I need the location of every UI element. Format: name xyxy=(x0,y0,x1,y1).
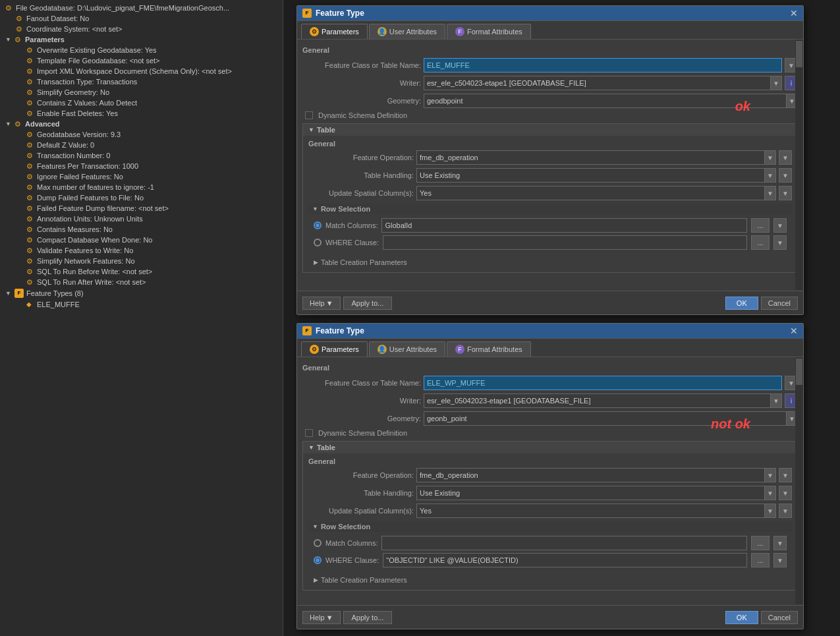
table-handling-select-top[interactable]: Use Existing xyxy=(416,168,776,183)
where-clause-dots-bottom[interactable]: ... xyxy=(751,553,770,567)
tree-item-geodatabase[interactable]: ⚙ File Geodatabase: D:\Ludovic_pignat_FM… xyxy=(0,3,283,13)
gear-icon: ⚙ xyxy=(26,130,34,138)
update-spatial-label-bottom: Update Spatial Column(s): xyxy=(308,507,414,515)
tree-item-fast-deletes[interactable]: ⚙ Enable Fast Deletes: Yes xyxy=(0,108,283,119)
row-selection-body-bottom: Match Columns: ... ▼ WHERE Clause: ... ▼ xyxy=(308,532,792,574)
feature-operation-label-top: Feature Operation: xyxy=(308,154,414,161)
tab-format-attributes-top[interactable]: F Format Attributes xyxy=(447,24,531,39)
update-spatial-btn-bottom[interactable]: ▼ xyxy=(779,504,792,518)
tree-item-trans-number[interactable]: ⚙ Transaction Number: 0 xyxy=(0,150,283,161)
where-clause-btn-top[interactable]: ▼ xyxy=(773,235,787,250)
dynamic-schema-checkbox-top[interactable] xyxy=(305,111,313,119)
where-clause-btn-bottom[interactable]: ▼ xyxy=(773,553,787,567)
table-section-body-top: General Feature Operation: fme_db_operat… xyxy=(303,136,797,272)
where-clause-input-top[interactable] xyxy=(383,235,747,250)
tree-item-default-z[interactable]: ⚙ Default Z Value: 0 xyxy=(0,140,283,150)
where-clause-dots-top[interactable]: ... xyxy=(751,235,770,250)
update-spatial-select-top[interactable]: Yes xyxy=(416,186,776,200)
where-clause-input-bottom[interactable] xyxy=(383,553,747,567)
tree-item-simplify[interactable]: ⚙ Simplify Geometry: No xyxy=(0,87,283,98)
table-handling-btn-top[interactable]: ▼ xyxy=(779,168,792,183)
table-expand-icon-bottom: ▼ xyxy=(308,444,314,451)
table-section-top: ▼ Table General Feature Operation: fme_d… xyxy=(302,123,798,273)
tree-item-feature-types-section[interactable]: ▼ F Feature Types (8) xyxy=(0,287,283,299)
help-button-top[interactable]: Help ▼ xyxy=(302,297,341,310)
match-columns-radio-top[interactable] xyxy=(314,221,322,229)
tree-item-template[interactable]: ⚙ Template File Geodatabase: <not set> xyxy=(0,55,283,66)
tab-format-attributes-bottom[interactable]: F Format Attributes xyxy=(447,341,531,357)
feature-operation-select-top[interactable]: fme_db_operation xyxy=(416,150,776,165)
dialog-tabs-bottom: ⚙ Parameters 👤 User Attributes F Format … xyxy=(297,339,803,357)
where-clause-radio-top[interactable] xyxy=(314,239,322,246)
writer-select-top[interactable]: esr_ele_c504023-etape1 [GEODATABASE_FILE… xyxy=(424,76,782,90)
feature-class-label-bottom: Feature Class or Table Name: xyxy=(302,379,421,387)
tree-item-failed-dump-filename[interactable]: ⚙ Failed Feature Dump filename: <not set… xyxy=(0,203,283,214)
writer-select-bottom[interactable]: esr_ele_05042023-etape1 [GEODATABASE_FIL… xyxy=(424,393,782,408)
ok-button-top[interactable]: OK xyxy=(725,297,758,310)
tab-parameters-top[interactable]: ⚙ Parameters xyxy=(301,24,368,39)
match-columns-dots-top[interactable]: ... xyxy=(751,218,770,233)
tree-item-max-number[interactable]: ⚙ Max number of features to ignore: -1 xyxy=(0,182,283,192)
match-columns-btn-top[interactable]: ▼ xyxy=(773,218,787,233)
feature-class-input-top[interactable] xyxy=(424,58,782,72)
ok-button-bottom[interactable]: OK xyxy=(725,611,758,624)
tree-item-coord[interactable]: ⚙ Coordinate System: <not set> xyxy=(0,24,283,34)
tree-item-sql-after[interactable]: ⚙ SQL To Run After Write: <not set> xyxy=(0,277,283,287)
feature-operation-select-bottom[interactable]: fme_db_operation xyxy=(416,468,776,482)
tree-item-parameters-section[interactable]: ▼ ⚙ Parameters xyxy=(0,34,283,45)
cancel-button-top[interactable]: Cancel xyxy=(761,297,798,310)
table-handling-label-bottom: Table Handling: xyxy=(308,489,414,497)
tab-user-attributes-top[interactable]: 👤 User Attributes xyxy=(369,24,445,39)
tree-item-validate[interactable]: ⚙ Validate Features to Write: No xyxy=(0,245,283,256)
table-section-body-bottom: General Feature Operation: fme_db_operat… xyxy=(303,453,797,590)
tree-item-fanout[interactable]: ⚙ Fanout Dataset: No xyxy=(0,13,283,24)
tree-item-ele-muffe[interactable]: ◆ ELE_MUFFE xyxy=(0,299,283,310)
tree-item-geodatabase-version[interactable]: ⚙ Geodatabase Version: 9.3 xyxy=(0,129,283,140)
tree-item-transaction-type[interactable]: ⚙ Transaction Type: Transactions xyxy=(0,76,283,87)
tree-item-advanced-section[interactable]: ▼ ⚙ Advanced xyxy=(0,119,283,129)
tree-item-dump-failed[interactable]: ⚙ Dump Failed Features to File: No xyxy=(0,192,283,203)
update-spatial-btn-top[interactable]: ▼ xyxy=(779,186,792,200)
tree-item-contains-measures[interactable]: ⚙ Contains Measures: No xyxy=(0,224,283,235)
table-handling-row-top: Table Handling: Use Existing ▼ ▼ xyxy=(308,168,792,183)
dynamic-schema-checkbox-bottom[interactable] xyxy=(305,429,313,437)
cancel-button-bottom[interactable]: Cancel xyxy=(761,611,798,624)
table-creation-params-top[interactable]: ▶ Table Creation Parameters xyxy=(308,256,792,268)
table-handling-btn-bottom[interactable]: ▼ xyxy=(779,486,792,500)
tree-item-features-per[interactable]: ⚙ Features Per Transaction: 1000 xyxy=(0,161,283,171)
match-columns-btn-bottom[interactable]: ▼ xyxy=(773,536,787,550)
table-creation-params-bottom[interactable]: ▶ Table Creation Parameters xyxy=(308,574,792,586)
match-columns-dots-bottom[interactable]: ... xyxy=(751,536,770,550)
match-columns-radio-bottom[interactable] xyxy=(314,539,322,547)
match-columns-input-bottom[interactable] xyxy=(381,536,747,550)
table-handling-select-bottom[interactable]: Use Existing xyxy=(416,486,776,500)
feature-op-btn-top[interactable]: ▼ xyxy=(779,150,792,165)
match-columns-input-top[interactable] xyxy=(381,218,747,233)
close-button-bottom[interactable]: ✕ xyxy=(790,326,798,335)
tree-item-simplify-network[interactable]: ⚙ Simplify Network Features: No xyxy=(0,256,283,266)
tree-item-z-values[interactable]: ⚙ Contains Z Values: Auto Detect xyxy=(0,98,283,108)
scrollbar-thumb-bottom[interactable] xyxy=(796,359,802,385)
feature-class-input-bottom[interactable] xyxy=(424,376,782,390)
tree-item-overwrite[interactable]: ⚙ Overwrite Existing Geodatabase: Yes xyxy=(0,45,283,55)
tab-user-attributes-bottom[interactable]: 👤 User Attributes xyxy=(369,341,445,357)
help-button-bottom[interactable]: Help ▼ xyxy=(302,611,341,624)
update-spatial-select-bottom[interactable]: Yes xyxy=(416,504,776,518)
gear-tab-icon: ⚙ xyxy=(310,27,319,36)
tree-item-compact-db[interactable]: ⚙ Compact Database When Done: No xyxy=(0,235,283,245)
gear-icon: ⚙ xyxy=(26,194,34,202)
tree-item-sql-before[interactable]: ⚙ SQL To Run Before Write: <not set> xyxy=(0,266,283,277)
tree-item-import-xml[interactable]: ⚙ Import XML Workspace Document (Schema … xyxy=(0,66,283,76)
tree-item-annotation[interactable]: ⚙ Annotation Units: Unknown Units xyxy=(0,214,283,224)
scrollbar-thumb-top[interactable] xyxy=(796,41,802,67)
tab-parameters-bottom[interactable]: ⚙ Parameters xyxy=(301,341,368,357)
apply-to-button-bottom[interactable]: Apply to... xyxy=(343,611,393,624)
scrollbar-bottom[interactable] xyxy=(795,357,803,604)
feature-op-btn-bottom[interactable]: ▼ xyxy=(779,468,792,482)
close-button-top[interactable]: ✕ xyxy=(790,9,798,18)
tree-item-ignore-failed[interactable]: ⚙ Ignore Failed Features: No xyxy=(0,171,283,182)
not-ok-annotation-bottom: not ok xyxy=(711,417,750,432)
scrollbar-top[interactable] xyxy=(795,40,803,290)
apply-to-button-top[interactable]: Apply to... xyxy=(343,297,393,310)
where-clause-radio-bottom[interactable] xyxy=(314,556,322,564)
